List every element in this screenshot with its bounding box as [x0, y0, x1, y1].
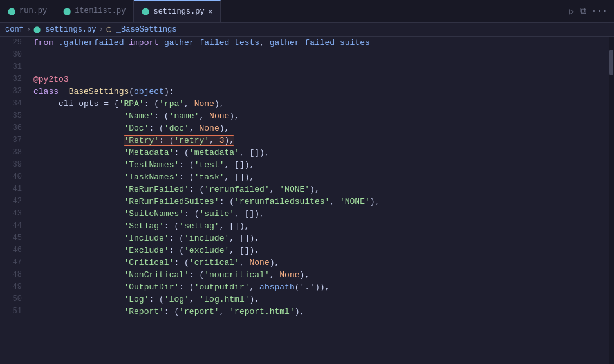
tab-settings[interactable]: ⬤ settings.py ✕: [134, 0, 220, 22]
line-number: 34: [0, 98, 22, 110]
token: @py2to3: [33, 75, 69, 84]
token: ,: [199, 111, 209, 121]
token: None: [199, 123, 219, 133]
code-line: [33, 61, 609, 73]
token: None: [209, 111, 229, 121]
token: 'settag': [179, 221, 219, 231]
symbol-icon: ⬡: [106, 26, 112, 33]
code-line: 'Retry': ('retry', 3),: [33, 134, 609, 147]
code-line: 'NonCritical': ('noncritical', None),: [33, 269, 609, 281]
token: [33, 307, 124, 316]
code-line: 'TestNames': ('test', []),: [33, 159, 609, 171]
line-number: 49: [0, 281, 22, 293]
code-line: 'ReRunFailed': ('rerunfailed', 'NONE'),: [33, 183, 609, 196]
token: 'critical': [189, 258, 239, 268]
token: 'Exclude': [124, 246, 169, 255]
line-number: 33: [0, 86, 22, 98]
token: None: [194, 99, 214, 109]
token: 'include': [184, 233, 229, 243]
token: : (: [169, 233, 184, 243]
breadcrumb-sep1: ›: [26, 25, 31, 34]
close-tab-icon[interactable]: ✕: [209, 8, 212, 15]
py-icon: ⬤: [63, 7, 71, 15]
token: , []),: [219, 221, 250, 231]
token: [33, 246, 124, 255]
code-line: 'Exclude': ('exclude', []),: [33, 244, 609, 257]
token: [33, 123, 124, 133]
token: ),: [250, 295, 260, 304]
token: ,: [270, 270, 280, 280]
token: from: [33, 38, 53, 48]
token: 'Include': [124, 233, 169, 243]
tab-run[interactable]: ⬤ run.py: [0, 0, 55, 22]
tab-itemlist[interactable]: ⬤ itemlist.py: [55, 0, 134, 22]
token: 'outputdir': [194, 282, 250, 292]
token: 'suite': [199, 209, 234, 219]
code-content[interactable]: from .gatherfailed import gather_failed_…: [27, 37, 609, 364]
token: [33, 172, 124, 182]
token: [33, 197, 124, 206]
code-line: 'Include': ('include', []),: [33, 232, 609, 244]
token: 'rerunfailedsuites': [234, 197, 330, 206]
token: 'test': [194, 160, 225, 170]
token: , []),: [224, 172, 254, 182]
breadcrumb-symbol[interactable]: ⬡ _BaseSettings: [106, 25, 177, 34]
token: : (: [164, 307, 179, 316]
code-line: [33, 49, 609, 61]
breadcrumb-sep2: ›: [98, 25, 103, 34]
code-line: 'Doc': ('doc', None),: [33, 122, 609, 134]
token: [33, 160, 124, 170]
token: None: [249, 258, 269, 268]
token: class: [33, 87, 59, 96]
breadcrumb-file[interactable]: ⬤ settings.py: [33, 25, 96, 34]
line-number: 39: [0, 159, 22, 171]
scrollbar[interactable]: [609, 37, 614, 364]
token: ),: [310, 185, 320, 194]
breadcrumb: conf › ⬤ settings.py › ⬡ _BaseSettings: [0, 23, 614, 37]
token: : (: [174, 148, 189, 158]
more-actions-icon[interactable]: ···: [591, 6, 608, 16]
token: 'retry': [174, 136, 209, 145]
token: ),: [214, 99, 225, 109]
token: , []),: [224, 160, 254, 170]
code-line: 'Log': ('log', 'log.html'),: [33, 293, 609, 305]
code-line: 'SuiteNames': ('suite', []),: [33, 208, 609, 220]
token: 'noncritical': [204, 270, 269, 280]
token: 'report.html': [229, 307, 294, 316]
py-icon: ⬤: [142, 7, 149, 15]
code-line: 'OutputDir': ('outputdir', abspath('.'))…: [33, 281, 609, 293]
token: _BaseSettings: [64, 87, 129, 96]
token: 'Doc': [124, 123, 149, 133]
scrollbar-thumb[interactable]: [609, 50, 613, 75]
token: ,: [270, 185, 280, 194]
token: : (: [159, 136, 174, 145]
line-number: 45: [0, 232, 22, 244]
token: ,: [239, 258, 250, 268]
token: 'TaskNames': [124, 172, 179, 182]
token: , []),: [229, 246, 259, 255]
line-number: 46: [0, 244, 22, 257]
token: [33, 221, 124, 231]
token: ),: [229, 111, 239, 121]
line-number: 47: [0, 257, 22, 269]
token: ,: [184, 99, 194, 109]
token: [159, 38, 164, 48]
tab-settings-label: settings.py: [153, 7, 204, 16]
token: : (: [149, 123, 163, 133]
token: ,: [209, 136, 219, 145]
line-number: 48: [0, 269, 22, 281]
token: [33, 270, 124, 280]
line-number: 44: [0, 220, 22, 232]
line-number: 40: [0, 171, 22, 183]
line-number: 51: [0, 305, 22, 318]
token: , []),: [234, 209, 265, 219]
run-icon[interactable]: ▷: [569, 6, 574, 17]
line-number: 37: [0, 134, 22, 147]
token: None: [279, 270, 299, 280]
split-editor-icon[interactable]: ⧉: [580, 6, 586, 16]
code-line: 'Metadata': ('metadata', []),: [33, 147, 609, 159]
token: ),: [224, 136, 234, 145]
code-line: 'ReRunFailedSuites': ('rerunfailedsuites…: [33, 196, 609, 208]
breadcrumb-conf[interactable]: conf: [5, 25, 24, 34]
token: ),: [270, 258, 280, 268]
